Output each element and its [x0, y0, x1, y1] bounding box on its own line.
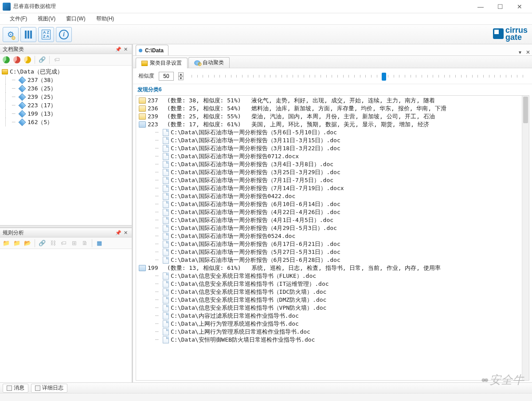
maximize-button[interactable]: ☐	[490, 0, 510, 13]
tree-item-label: 223（17）	[27, 101, 56, 109]
subtab-cluster-dir-settings[interactable]: 聚类目录设置	[136, 58, 188, 68]
gear-icon	[194, 60, 200, 66]
tree-item[interactable]: ┈239（25）	[2, 93, 130, 101]
similarity-label: 相似度	[138, 72, 154, 80]
document-tab-cdata[interactable]: C:\Data	[136, 45, 168, 55]
tag-button[interactable]: 🏷	[52, 55, 61, 64]
pin-button[interactable]: 📌	[115, 230, 122, 236]
rule-link-button[interactable]: 🔗	[38, 239, 47, 248]
file-row[interactable]: ┈ C:\Data\上网行为管理系统巡检作业指导书.doc	[137, 320, 528, 328]
file-row[interactable]: ┈ C:\Data\国际石油市场一周分析报告（3月4日-3月8日）.doc	[137, 160, 528, 168]
rule-unlink-button[interactable]: ⛓	[48, 239, 57, 248]
scrollbar-thumb[interactable]	[523, 97, 528, 123]
tab-close-button[interactable]: ✕	[524, 49, 532, 55]
sort-az-button[interactable]: A ZZ A	[38, 27, 54, 42]
file-row[interactable]: ┈ C:\Data\国际石油市场一周分析报告（5月27日-5月31日）.doc	[137, 248, 528, 256]
file-row[interactable]: ┈ C:\Data\信息安全系统日常巡检指导书（FLUKE）.doc	[137, 272, 528, 280]
file-row[interactable]: ┈ C:\Data\信息安全系统日常巡检指导书（IT运维管理）.doc	[137, 280, 528, 288]
file-row[interactable]: ┈ C:\Data\国际石油市场一周分析报告（6月25日-6月28日）.doc	[137, 256, 528, 264]
file-row[interactable]: ┈ C:\Data\国际石油市场一周分析报告0422.doc	[137, 192, 528, 200]
folder-edit-button[interactable]: 📂	[23, 239, 32, 248]
rule-scope-button[interactable]: ⊞	[70, 239, 78, 248]
file-row[interactable]: ┈ C:\Data\国际石油市场一周分析报告（4月1日-4月5日）.doc	[137, 216, 528, 224]
menu-help[interactable]: 帮助(H)	[91, 15, 120, 23]
menu-view[interactable]: 视图(V)	[32, 15, 61, 23]
category-row[interactable]: 199 (数量: 13, 相似度: 61%) 系统, 巡检, 日志, 检查, 指…	[137, 264, 528, 272]
tree-item[interactable]: ┈237（38）	[2, 76, 130, 84]
bottom-tab-log[interactable]: 详细日志	[31, 384, 67, 393]
file-row[interactable]: ┈ C:\Data\信息安全系统日常巡检指导书（DMZ防火墙）.doc	[137, 296, 528, 304]
tree-item[interactable]: ┈199（13）	[2, 109, 130, 118]
spin-up[interactable]: ▲	[178, 72, 184, 76]
file-icon	[163, 288, 169, 296]
file-row[interactable]: ┈ C:\Data\信息安全系统日常巡检指导书（IDC防火墙）.doc	[137, 288, 528, 296]
link-button[interactable]: 🔗	[38, 55, 47, 64]
statusbar	[0, 393, 532, 401]
file-row[interactable]: ┈ C:\Data\信息安全系统日常巡检指导书（VPN防火墙）.doc	[137, 304, 528, 312]
file-row[interactable]: ┈ C:\Data\国际石油市场一周分析报告（3月11日-3月15日）.doc	[137, 136, 528, 144]
minimize-button[interactable]: —	[471, 0, 490, 13]
tag-icon	[19, 118, 26, 126]
tree-item[interactable]: ┈236（25）	[2, 84, 130, 93]
file-row[interactable]: ┈ C:\Data\国际石油市场一周分析报告0524.doc	[137, 232, 528, 240]
result-tree[interactable]: 237 (数量: 38, 相似度: 51%) 液化气, 走势, 利好, 出现, …	[136, 95, 529, 381]
similarity-row: 相似度 ▲ ▼	[133, 68, 532, 84]
category-row[interactable]: 223 (数量: 17, 相似度: 61%) 美国, 上周, 环比, 预期, 数…	[137, 121, 528, 128]
file-row[interactable]: ┈ C:\Data\国际石油市场一周分析报告（6月10日-6月14日）.doc	[137, 200, 528, 208]
settings-button[interactable]: ⚙	[3, 27, 19, 42]
file-row[interactable]: ┈ C:\Data\国际石油市场一周分析报告0712.docx	[137, 152, 528, 160]
chart-yellow-button[interactable]	[23, 55, 32, 64]
subtab-auto-cluster[interactable]: 自动聚类	[188, 57, 230, 68]
tree-root[interactable]: C:\Data（已完成）	[2, 67, 130, 76]
file-row[interactable]: ┈ C:\Data\国际石油市场一周分析报告（7月14日-7月19日）.docx	[137, 184, 528, 192]
menu-window[interactable]: 窗口(W)	[61, 15, 90, 23]
close-button[interactable]: ✕	[510, 0, 529, 13]
file-row[interactable]: ┈ C:\Data\国际石油市场一周分析报告（4月29日-5月3日）.doc	[137, 224, 528, 232]
file-row[interactable]: ┈ C:\Data\国际石油市场一周分析报告（3月18日-3月22日）.doc	[137, 144, 528, 152]
similarity-input[interactable]	[159, 72, 174, 81]
file-row[interactable]: ┈ C:\Data\国际石油市场一周分析报告（4月22日-4月26日）.doc	[137, 208, 528, 216]
menu-file[interactable]: 文件(F)	[4, 15, 32, 23]
folder-del-button[interactable]: 📁	[12, 239, 21, 248]
similarity-slider[interactable]	[192, 75, 523, 78]
category-row[interactable]: 236 (数量: 25, 相似度: 54%) 燃料油, 油库, 新加坡, 方面,…	[137, 105, 528, 113]
file-row[interactable]: ┈ C:\Data\安恒明御WEB防火墙日常巡检作业指导书.doc	[137, 336, 528, 344]
panel-close-button[interactable]: ✕	[122, 230, 129, 236]
rule-run-button[interactable]: ▦	[95, 239, 104, 248]
separator	[49, 56, 50, 64]
columns-view-button[interactable]	[20, 27, 36, 42]
info-icon: i	[59, 30, 69, 39]
file-row[interactable]: ┈ C:\Data\国际石油市场一周分析报告（7月1日-7月5日）.doc	[137, 176, 528, 184]
rule-tree[interactable]	[0, 249, 132, 382]
vertical-scrollbar[interactable]	[522, 96, 529, 380]
pin-button[interactable]: 📌	[115, 47, 122, 52]
brand-logo: cirrusgate	[493, 27, 528, 41]
category-row[interactable]: 237 (数量: 38, 相似度: 51%) 液化气, 走势, 利好, 出现, …	[137, 97, 528, 105]
rule-tag-button[interactable]: 🏷	[59, 239, 68, 248]
slider-thumb[interactable]	[382, 73, 386, 81]
bottom-tab-messages[interactable]: 消息	[3, 384, 28, 393]
panel-close-button[interactable]: ✕	[122, 47, 129, 52]
file-row[interactable]: ┈ C:\Data\国际石油市场一周分析报告（3月25日-3月29日）.doc	[137, 168, 528, 176]
folder-add-button[interactable]: 📁	[2, 239, 11, 248]
tree-item[interactable]: ┈223（17）	[2, 101, 130, 109]
tree-item[interactable]: ┈162（5）	[2, 118, 130, 126]
file-icon	[163, 153, 169, 160]
file-icon	[163, 280, 169, 288]
doc-cluster-tree[interactable]: C:\Data（已完成） ┈237（38）┈236（25）┈239（25）┈22…	[0, 66, 132, 225]
list-icon	[35, 385, 40, 391]
sub-tabs: 聚类目录设置 自动聚类	[133, 56, 532, 68]
brand-logo-icon	[493, 28, 504, 39]
file-row[interactable]: ┈ C:\Data\国际石油市场一周分析报告（5月6日-5月10日）.doc	[137, 128, 528, 136]
info-button[interactable]: i	[56, 27, 72, 42]
file-row[interactable]: ┈ C:\Data\上网行为管理系统日常巡检作业指导书.doc	[137, 328, 528, 336]
file-row[interactable]: ┈ C:\Data\内容过滤系统日常巡检作业指导书.doc	[137, 312, 528, 320]
spin-down[interactable]: ▼	[178, 76, 184, 80]
category-row[interactable]: 239 (数量: 25, 相似度: 55%) 柴油, 汽油, 国内, 本周, 月…	[137, 113, 528, 121]
tab-menu-button[interactable]: ▾	[516, 49, 524, 55]
chart-red-button[interactable]	[12, 55, 21, 64]
rule-doc-button[interactable]: 🗎	[80, 239, 89, 248]
menubar: 文件(F) 视图(V) 窗口(W) 帮助(H)	[0, 13, 532, 25]
chart-green-button[interactable]	[2, 55, 11, 64]
file-row[interactable]: ┈ C:\Data\国际石油市场一周分析报告（6月17日-6月21日）.doc	[137, 240, 528, 248]
